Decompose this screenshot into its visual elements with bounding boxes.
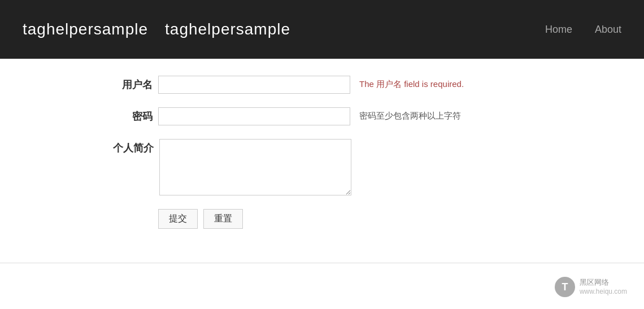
username-row: 用户名 The 用户名 field is required. xyxy=(113,76,644,94)
password-input[interactable] xyxy=(158,107,350,125)
bio-label: 个人简介 xyxy=(113,139,159,155)
watermark-name: 黑区网络 xyxy=(580,278,627,288)
footer-watermark: T 黑区网络 www.heiqu.com xyxy=(555,277,627,297)
username-input[interactable] xyxy=(158,76,350,94)
reset-button[interactable]: 重置 xyxy=(203,209,243,229)
navbar-link-home[interactable]: Home xyxy=(545,24,572,36)
footer-area: T 黑区网络 www.heiqu.com xyxy=(0,263,644,263)
bio-textarea[interactable] xyxy=(159,139,351,195)
password-label: 密码 xyxy=(113,107,158,123)
password-row: 密码 密码至少包含两种以上字符 xyxy=(113,107,644,125)
password-hint: 密码至少包含两种以上字符 xyxy=(359,107,461,121)
username-label: 用户名 xyxy=(113,76,158,92)
buttons-row: 提交 重置 xyxy=(158,209,644,229)
navbar-brand-2[interactable]: taghelpersample xyxy=(165,20,290,38)
username-error: The 用户名 field is required. xyxy=(359,76,464,90)
navbar-brand-1[interactable]: taghelpersample xyxy=(23,20,148,38)
registration-form: 用户名 The 用户名 field is required. 密码 密码至少包含… xyxy=(113,76,644,229)
watermark-icon: T xyxy=(555,277,575,297)
navbar: taghelpersample taghelpersample Home Abo… xyxy=(0,0,644,59)
bio-row: 个人简介 xyxy=(113,139,644,195)
submit-button[interactable]: 提交 xyxy=(158,209,198,229)
watermark-url: www.heiqu.com xyxy=(580,288,627,297)
main-content: 用户名 The 用户名 field is required. 密码 密码至少包含… xyxy=(0,59,644,246)
watermark-text: 黑区网络 www.heiqu.com xyxy=(580,278,627,296)
navbar-link-about[interactable]: About xyxy=(595,24,621,36)
footer-divider xyxy=(0,263,644,263)
